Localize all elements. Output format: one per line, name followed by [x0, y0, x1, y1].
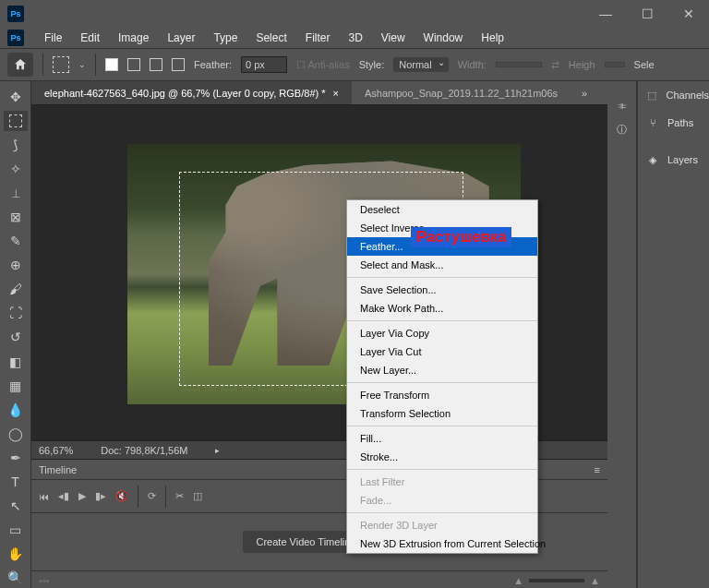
context-menu-item[interactable]: Layer Via Cut [347, 342, 537, 361]
context-menu-item[interactable]: New 3D Extrusion from Current Selection [347, 534, 537, 553]
annotation-label: Растушевка [411, 227, 511, 247]
style-dropdown[interactable]: Normal [393, 57, 448, 72]
stamp-tool[interactable]: ⛶ [4, 303, 28, 323]
hand-tool[interactable]: ✋ [4, 544, 28, 564]
panel-paths[interactable]: ⑂Paths [638, 109, 709, 137]
menu-file[interactable]: File [37, 30, 69, 46]
tool-preset-dropdown-icon[interactable]: ⌄ [78, 60, 86, 69]
timeline-split-icon[interactable]: ✂ [175, 490, 184, 502]
timeline-prev-icon[interactable]: ◂▮ [58, 490, 69, 502]
context-menu-item[interactable]: Fill... [347, 429, 537, 448]
healing-tool[interactable]: ⊕ [4, 255, 28, 275]
feather-input[interactable]: 0 px [241, 56, 287, 73]
select-mask-button[interactable]: Sele [634, 59, 655, 70]
menu-view[interactable]: View [374, 30, 413, 46]
context-menu-item[interactable]: Layer Via Copy [347, 324, 537, 342]
tab-close-icon[interactable]: × [333, 88, 339, 99]
menu-filter[interactable]: Filter [298, 30, 338, 46]
timeline-first-icon[interactable]: ⏮ [39, 491, 49, 502]
zoom-level[interactable]: 66,67% [39, 445, 73, 456]
timeline-title[interactable]: Timeline [39, 464, 77, 475]
eraser-tool[interactable]: ◧ [4, 352, 28, 372]
menubar: Ps File Edit Image Layer Type Select Fil… [0, 28, 709, 48]
divider [138, 486, 138, 508]
context-menu-item: Render 3D Layer [347, 516, 537, 534]
tab-active[interactable]: elephant-4627563_640.jpg @ 66,7% (Layer … [31, 81, 352, 104]
blur-tool[interactable]: 💧 [4, 400, 28, 420]
timeline-transition-icon[interactable]: ◫ [193, 490, 202, 502]
timeline-zoom-in-icon[interactable]: ▲ [590, 575, 600, 586]
brush-tool[interactable]: 🖌 [4, 279, 28, 299]
toolbox: ✥ ⟆ ✧ ⟂ ⊠ ✎ ⊕ 🖌 ⛶ ↺ ◧ ▦ 💧 ◯ ✒ T ↖ ▭ ✋ 🔍 [0, 81, 31, 588]
pen-tool[interactable]: ✒ [4, 448, 28, 468]
frame-tool[interactable]: ⊠ [4, 207, 28, 227]
shape-tool[interactable]: ▭ [4, 520, 28, 540]
timeline-footer: ◦◦◦ ▲ ▲ [31, 570, 607, 588]
menu-window[interactable]: Window [416, 30, 471, 46]
eyedropper-tool[interactable]: ✎ [4, 231, 28, 251]
minimize-button[interactable]: — [592, 3, 619, 25]
add-selection-icon[interactable] [127, 58, 140, 71]
new-selection-icon[interactable] [105, 58, 118, 71]
menu-image[interactable]: Image [111, 30, 156, 46]
timeline-volume-icon[interactable]: 🔇 [115, 490, 128, 502]
style-label: Style: [359, 59, 385, 70]
menu-select[interactable]: Select [248, 30, 294, 46]
context-menu-item[interactable]: New Layer... [347, 361, 537, 379]
panel-layers[interactable]: ◈Layers [638, 146, 709, 174]
tab-overflow-icon[interactable]: » [571, 88, 598, 99]
context-menu-item[interactable]: Deselect [347, 200, 537, 219]
zoom-tool[interactable]: 🔍 [4, 568, 28, 588]
history-brush-tool[interactable]: ↺ [4, 327, 28, 347]
dodge-tool[interactable]: ◯ [4, 424, 28, 444]
crop-tool[interactable]: ⟂ [4, 183, 28, 203]
path-select-tool[interactable]: ↖ [4, 496, 28, 516]
doc-info[interactable]: Doc: 798,8K/1,56M [101, 445, 187, 456]
options-bar: ⌄ Feather: 0 px ☐ Anti-alias Style: Norm… [0, 48, 709, 81]
menu-type[interactable]: Type [206, 30, 245, 46]
type-tool[interactable]: T [4, 472, 28, 492]
magic-wand-tool[interactable]: ✧ [4, 159, 28, 179]
paths-icon: ⑂ [645, 117, 660, 128]
menu-separator [347, 320, 537, 321]
timeline-menu-icon[interactable]: ≡ [595, 464, 600, 475]
timeline-next-icon[interactable]: ▮▸ [95, 490, 106, 502]
collapsed-panel-icon[interactable]: ⓘ [617, 123, 627, 137]
close-button[interactable]: ✕ [676, 3, 702, 25]
right-panel: ⬚Channels ⑂Paths ◈Layers [637, 81, 709, 588]
menu-separator [347, 469, 537, 470]
context-menu-item[interactable]: Stroke... [347, 448, 537, 466]
home-button[interactable] [7, 53, 33, 77]
marquee-tool[interactable] [4, 111, 28, 131]
tab-inactive[interactable]: Ashampoo_Snap_2019.11.22_11h21m06s [352, 81, 571, 104]
menu-help[interactable]: Help [474, 30, 511, 46]
timeline-zoom-out-icon[interactable]: ▲ [513, 575, 523, 586]
lasso-tool[interactable]: ⟆ [4, 135, 28, 155]
context-menu-item[interactable]: Save Selection... [347, 281, 537, 299]
context-menu-item[interactable]: Select and Mask... [347, 256, 537, 274]
panel-channels[interactable]: ⬚Channels [638, 81, 709, 109]
menu-separator [347, 426, 537, 426]
titlebar: Ps — ☐ ✕ [0, 0, 709, 28]
subtract-selection-icon[interactable] [150, 58, 162, 71]
timeline-play-icon[interactable]: ▶ [78, 490, 86, 502]
move-tool[interactable]: ✥ [4, 87, 28, 107]
tab-label: elephant-4627563_640.jpg @ 66,7% (Layer … [44, 88, 326, 99]
timeline-loop-icon[interactable]: ⟳ [148, 490, 156, 502]
maximize-button[interactable]: ☐ [634, 3, 661, 25]
divider [95, 54, 96, 76]
collapsed-panels: ⟚ ⓘ [607, 81, 637, 588]
timeline-scroll[interactable]: ◦◦◦ [39, 575, 50, 586]
height-input [605, 62, 625, 67]
gradient-tool[interactable]: ▦ [4, 376, 28, 396]
marquee-tool-icon[interactable] [53, 56, 69, 73]
menu-3d[interactable]: 3D [341, 30, 369, 46]
intersect-selection-icon[interactable] [172, 58, 185, 71]
collapsed-panel-icon[interactable]: ⟚ [618, 100, 627, 112]
menu-layer[interactable]: Layer [160, 30, 202, 46]
context-menu-item[interactable]: Make Work Path... [347, 299, 537, 318]
tab-label: Ashampoo_Snap_2019.11.22_11h21m06s [365, 88, 558, 99]
context-menu-item[interactable]: Free Transform [347, 386, 537, 404]
context-menu-item[interactable]: Transform Selection [347, 404, 537, 423]
menu-edit[interactable]: Edit [73, 30, 107, 46]
